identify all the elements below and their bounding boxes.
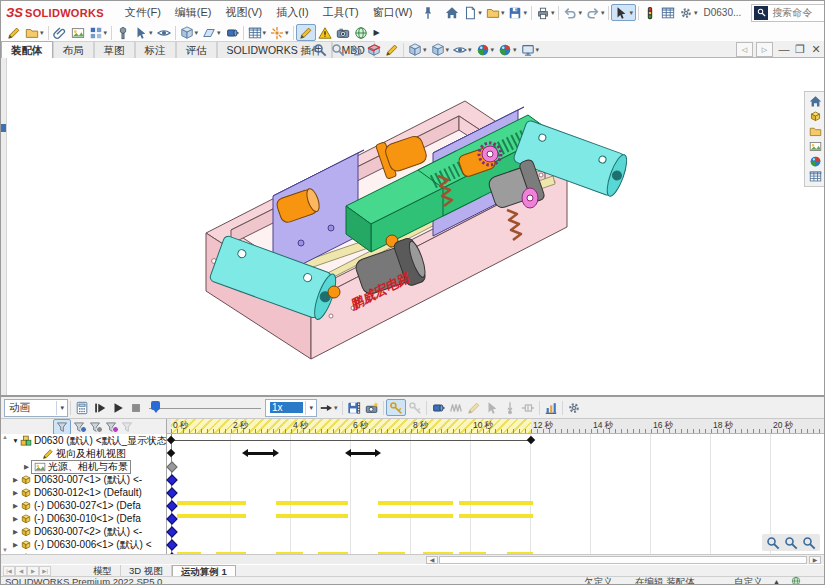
view-palette-icon[interactable] <box>809 139 822 154</box>
linear-component-pattern-caret[interactable]: ▾ <box>104 29 108 36</box>
key-point[interactable] <box>166 461 177 472</box>
key-point[interactable] <box>166 500 177 511</box>
command-search[interactable]: ▾ <box>751 4 825 22</box>
view-key-interpolation-bar[interactable] <box>351 452 375 455</box>
hide-show-items-icon[interactable]: ▾ <box>451 41 474 58</box>
menu-item[interactable]: 视图(V) <box>219 1 270 24</box>
filter-animated-icon[interactable] <box>71 420 87 434</box>
feature-manager-tab-icon[interactable] <box>1 124 6 132</box>
study-type-select[interactable]: 动画 ▾ <box>4 399 68 417</box>
tab-标注[interactable]: 标注 <box>135 41 176 58</box>
display-style-caret[interactable]: ▾ <box>446 46 450 53</box>
display-style-icon[interactable]: ▾ <box>429 41 452 58</box>
document-title[interactable]: D0630... <box>703 7 741 18</box>
motion-tree-row[interactable]: ▶D0630-007<2> (默认) <- <box>11 525 166 538</box>
smart-fasteners-icon[interactable] <box>114 24 132 41</box>
insert-components-caret[interactable]: ▾ <box>40 29 44 36</box>
custom-label[interactable]: 自定义 <box>734 576 763 585</box>
tab-草图[interactable]: 草图 <box>94 41 135 58</box>
assembly-features-caret[interactable]: ▾ <box>195 29 199 36</box>
edit-appearance-caret[interactable]: ▾ <box>491 46 495 53</box>
motion-tree-row[interactable]: ▶D0630-007<1> (默认) <- <box>11 473 166 486</box>
defeature-icon[interactable] <box>352 24 370 41</box>
new-motion-study-icon[interactable] <box>223 24 241 41</box>
tree-down-arrow-icon[interactable]: ▼ <box>11 434 20 447</box>
menu-item[interactable]: 文件(F) <box>118 1 168 24</box>
results-icon[interactable] <box>542 399 560 416</box>
key-point[interactable] <box>527 436 535 444</box>
motion-tree-row[interactable]: 视向及相机视图 <box>11 447 166 460</box>
key-point[interactable] <box>166 474 177 485</box>
change-bar[interactable] <box>459 501 533 505</box>
mate-icon[interactable] <box>51 24 69 41</box>
previous-view-icon[interactable] <box>347 41 365 58</box>
calculate-icon[interactable] <box>73 399 91 416</box>
custom-caret-icon[interactable]: ▲ <box>773 576 780 585</box>
playback-mode-caret[interactable]: ▾ <box>334 404 338 411</box>
change-bar[interactable] <box>378 514 453 518</box>
timeline-scrollbar[interactable]: ◀ ▶ <box>1 554 825 564</box>
stop-icon[interactable] <box>127 399 145 416</box>
change-bar[interactable] <box>276 501 348 505</box>
linear-component-pattern-icon[interactable]: ▾ <box>87 24 110 41</box>
tree-right-arrow-icon[interactable]: ▶ <box>11 473 20 486</box>
custom-properties-icon[interactable] <box>809 169 822 184</box>
timeline-row[interactable] <box>167 447 825 460</box>
timeline-zoom-fit-icon[interactable] <box>782 534 800 551</box>
appearances-scenes-icon[interactable] <box>809 154 822 169</box>
open-icon[interactable]: ▾ <box>484 4 507 21</box>
save-animation-icon[interactable] <box>345 399 363 416</box>
search-input[interactable] <box>770 6 825 19</box>
file-properties-icon[interactable] <box>659 4 677 21</box>
save-caret[interactable]: ▾ <box>523 9 527 16</box>
zoom-area-icon[interactable] <box>329 41 347 58</box>
show-hidden-components-icon[interactable] <box>155 24 173 41</box>
save-icon[interactable]: ▾ <box>506 4 529 21</box>
tree-scroll-down-icon[interactable]: ▼ <box>2 547 8 553</box>
study-type-caret[interactable]: ▾ <box>56 401 67 415</box>
menu-item[interactable]: 窗口(W) <box>366 1 420 24</box>
select-icon[interactable]: ▾ <box>611 4 636 21</box>
large-design-review-icon[interactable] <box>316 24 334 41</box>
playback-speed-caret[interactable]: ▾ <box>305 401 316 415</box>
toolbar-flyout-icon[interactable]: ▶ <box>374 28 380 37</box>
bill-of-materials-icon[interactable]: ▾ <box>246 24 269 41</box>
change-bar[interactable] <box>177 514 246 518</box>
timeline-row[interactable] <box>167 499 825 512</box>
tree-right-arrow-icon[interactable]: ▶ <box>11 525 20 538</box>
assembly-features-icon[interactable]: ▾ <box>178 24 201 41</box>
filter-driving-icon[interactable] <box>87 420 103 434</box>
connection-globe-icon[interactable] <box>791 576 801 585</box>
view-orientation-icon[interactable]: ▾ <box>406 41 429 58</box>
design-library-icon[interactable] <box>809 109 822 124</box>
options-icon[interactable]: ▾ <box>677 4 700 21</box>
doc-close-button[interactable]: ✕ <box>808 42 824 57</box>
timeline-row[interactable] <box>167 525 825 538</box>
bill-of-materials-caret[interactable]: ▾ <box>263 29 267 36</box>
section-view-icon[interactable] <box>365 41 383 58</box>
exploded-view-caret[interactable]: ▾ <box>285 29 289 36</box>
playback-mode-icon[interactable]: ▾ <box>317 399 340 416</box>
scrollbar-thumb[interactable] <box>439 556 807 564</box>
tree-right-arrow-icon[interactable]: ▶ <box>22 460 31 473</box>
undo-caret[interactable]: ▾ <box>578 9 582 16</box>
edit-component-icon[interactable] <box>5 24 23 41</box>
play-from-start-icon[interactable] <box>91 399 109 416</box>
print-caret[interactable]: ▾ <box>551 9 555 16</box>
view-settings-caret[interactable]: ▾ <box>536 46 540 53</box>
tree-right-arrow-icon[interactable]: ▶ <box>11 499 20 512</box>
timeline-ruler[interactable]: 0 秒2 秒4 秒6 秒8 秒10 秒12 秒14 秒16 秒18 秒20 秒 <box>167 419 825 434</box>
motion-tree-row[interactable]: ▶(-) D0630-010<1> (Defa <box>11 512 166 525</box>
filter-selected-icon[interactable] <box>103 420 119 434</box>
motion-tree-row[interactable]: ▶D0630-012<1> (Default) <box>11 486 166 499</box>
doc-restore-button[interactable]: ❐ <box>792 42 808 57</box>
next-document-icon[interactable]: ▷ <box>756 42 773 57</box>
change-bar[interactable] <box>378 501 453 505</box>
timeline-row[interactable] <box>167 460 825 473</box>
change-bar[interactable] <box>459 514 533 518</box>
timeline-row[interactable] <box>167 512 825 525</box>
view-orientation-caret[interactable]: ▾ <box>423 46 427 53</box>
select-caret[interactable]: ▾ <box>629 9 633 16</box>
tab-nav-icon[interactable]: ◀ <box>15 566 27 576</box>
motion-tree-row[interactable]: ▼D0630 (默认) <默认_显示状态 <box>11 434 166 447</box>
